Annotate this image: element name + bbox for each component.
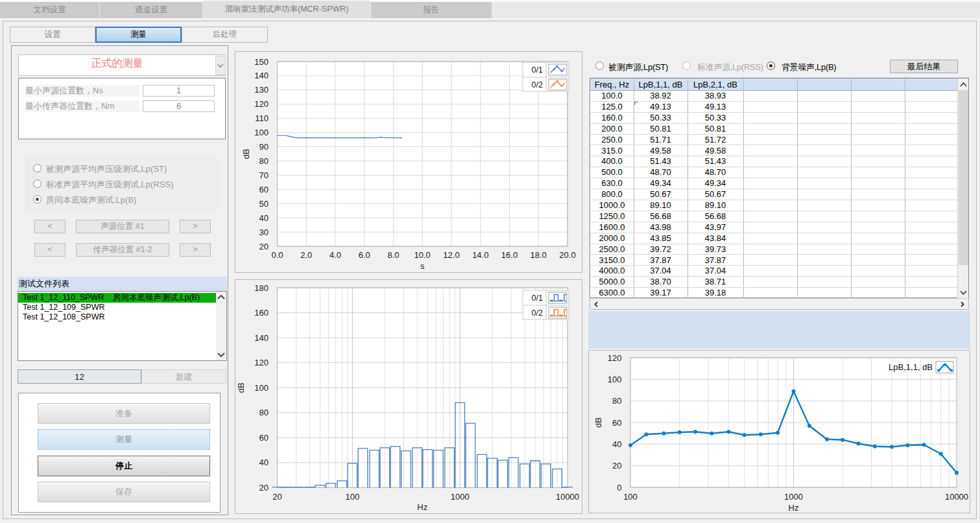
svg-text:10000: 10000: [556, 492, 579, 502]
svg-text:40: 40: [612, 439, 621, 449]
svg-text:20: 20: [272, 492, 281, 502]
svg-text:0.0: 0.0: [271, 250, 283, 260]
svg-text:20: 20: [259, 483, 269, 493]
svg-text:s: s: [420, 261, 425, 271]
svg-text:60: 60: [612, 418, 621, 428]
svg-text:160: 160: [254, 308, 269, 318]
svg-text:2.0: 2.0: [300, 250, 312, 260]
svg-text:90: 90: [259, 142, 269, 152]
svg-text:40: 40: [259, 458, 269, 467]
svg-text:dB: dB: [236, 382, 246, 393]
svg-text:0: 0: [617, 483, 621, 493]
svg-text:14.0: 14.0: [472, 250, 488, 260]
svg-text:50: 50: [259, 199, 269, 209]
svg-text:40: 40: [259, 213, 269, 223]
svg-text:80: 80: [259, 156, 269, 166]
svg-text:100: 100: [254, 383, 269, 393]
svg-text:20.0: 20.0: [559, 250, 575, 260]
svg-text:100: 100: [608, 375, 622, 384]
svg-text:Hz: Hz: [789, 503, 799, 513]
svg-text:dB: dB: [241, 149, 251, 159]
svg-text:10000: 10000: [945, 492, 968, 502]
svg-text:60: 60: [259, 185, 269, 194]
svg-text:16.0: 16.0: [501, 250, 518, 260]
svg-text:120: 120: [608, 353, 622, 363]
svg-text:60: 60: [259, 433, 269, 443]
svg-text:0/1: 0/1: [532, 65, 543, 75]
svg-text:dB: dB: [593, 417, 603, 428]
svg-text:80: 80: [259, 408, 269, 417]
svg-text:1000: 1000: [784, 492, 803, 502]
svg-text:140: 140: [254, 333, 269, 343]
svg-text:80: 80: [612, 396, 621, 406]
svg-text:0/2: 0/2: [532, 308, 543, 318]
svg-text:1000: 1000: [451, 492, 470, 502]
svg-text:180: 180: [254, 283, 269, 293]
svg-text:120: 120: [254, 99, 269, 109]
svg-text:30: 30: [259, 227, 269, 237]
svg-text:LpB,1,1, dB: LpB,1,1, dB: [889, 362, 933, 372]
svg-text:0/1: 0/1: [532, 294, 543, 303]
svg-text:10.0: 10.0: [414, 250, 431, 260]
svg-text:Hz: Hz: [417, 502, 427, 512]
svg-text:100: 100: [346, 492, 360, 502]
svg-text:70: 70: [259, 170, 269, 180]
svg-text:0/2: 0/2: [532, 80, 543, 89]
svg-text:18.0: 18.0: [531, 250, 547, 260]
svg-text:120: 120: [254, 358, 269, 367]
svg-text:8.0: 8.0: [387, 250, 399, 260]
svg-text:110: 110: [255, 113, 269, 123]
svg-text:100: 100: [623, 492, 638, 502]
svg-text:140: 140: [254, 71, 269, 80]
svg-text:130: 130: [254, 85, 269, 95]
svg-text:12.0: 12.0: [443, 250, 459, 260]
svg-text:150: 150: [254, 57, 269, 67]
svg-text:20: 20: [612, 461, 621, 471]
svg-text:6.0: 6.0: [359, 250, 370, 260]
svg-text:100: 100: [254, 128, 269, 137]
svg-text:4.0: 4.0: [329, 250, 341, 260]
svg-text:20: 20: [259, 242, 269, 251]
